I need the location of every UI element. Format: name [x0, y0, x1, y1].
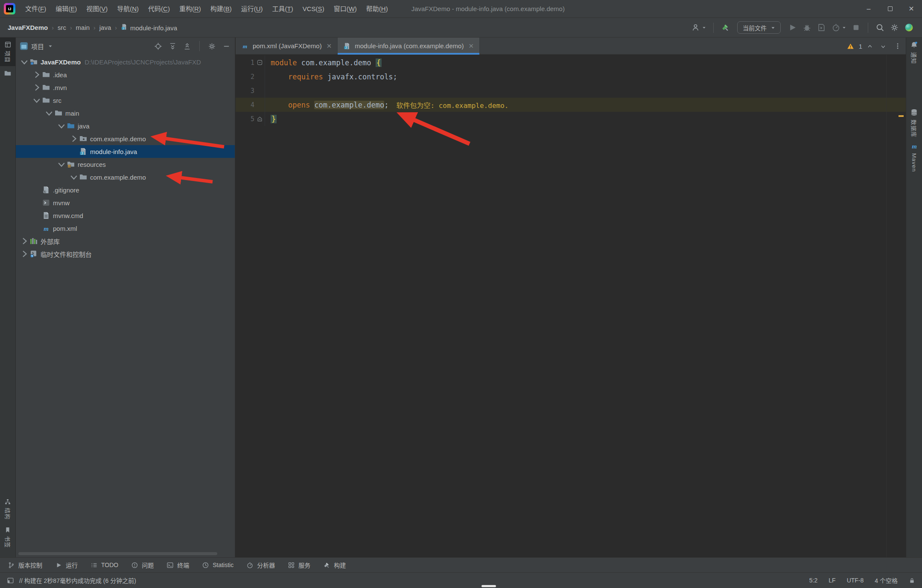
chevron-down-icon[interactable]: [44, 109, 54, 117]
project-panel-title[interactable]: 项目: [31, 42, 44, 51]
tree-item[interactable]: java: [16, 119, 235, 132]
menu-item[interactable]: 窗口(W): [329, 0, 362, 18]
close-icon[interactable]: ✕: [327, 42, 332, 50]
menu-item[interactable]: 编辑(E): [51, 0, 82, 18]
chevron-down-icon[interactable]: [69, 173, 79, 181]
fold-end-icon[interactable]: [257, 116, 263, 122]
toolwindow-button-分析器[interactable]: 分析器: [246, 561, 275, 569]
tree-item[interactable]: main: [16, 107, 235, 119]
chevron-down-icon[interactable]: [56, 160, 67, 168]
breadcrumb-item[interactable]: Jmodule-info.java: [120, 23, 178, 32]
settings-button[interactable]: [890, 23, 899, 32]
code-line[interactable]: 1module com.example.demo {: [236, 55, 906, 70]
toolwindow-button-问题[interactable]: 问题: [131, 561, 154, 569]
collapse-all-icon[interactable]: [183, 42, 191, 50]
tree-item[interactable]: mvnw: [16, 196, 235, 209]
toolwindow-button-运行[interactable]: 运行: [55, 561, 78, 569]
menu-item[interactable]: 帮助(H): [362, 0, 393, 18]
chevron-right-icon[interactable]: [32, 84, 42, 91]
chevron-down-icon[interactable]: [19, 58, 29, 66]
tree-item[interactable]: mpom.xml: [16, 222, 235, 235]
build-button[interactable]: [721, 23, 730, 32]
select-opened-file-icon[interactable]: [154, 42, 162, 50]
file-encoding[interactable]: UTF-8: [847, 577, 864, 584]
breadcrumb-item[interactable]: src: [57, 23, 67, 32]
tree-item[interactable]: 临时文件和控制台: [16, 247, 235, 260]
tree-item[interactable]: com.example.demo: [16, 171, 235, 183]
code-line[interactable]: 2 requires javafx.controls;: [236, 70, 906, 84]
toolwindow-switcher-icon[interactable]: [7, 577, 14, 584]
tree-item[interactable]: .idea: [16, 68, 235, 81]
menu-item[interactable]: 导航(N): [112, 0, 143, 18]
menu-item[interactable]: 文件(F): [20, 0, 51, 18]
toolwindow-button-Statistic[interactable]: Statistic: [202, 562, 233, 569]
menu-item[interactable]: VCS(S): [298, 0, 329, 18]
more-tabs-icon[interactable]: [894, 42, 902, 50]
toolwindow-button-bookmarks[interactable]: 书签: [0, 523, 15, 551]
lock-icon[interactable]: [909, 577, 915, 584]
chevron-down-icon[interactable]: [56, 122, 67, 130]
profiler-button[interactable]: [832, 23, 846, 32]
code-line[interactable]: 4 opens com.example.demo;软件包为空: com.exam…: [236, 98, 906, 112]
breadcrumb-item[interactable]: java: [99, 23, 112, 32]
debug-button[interactable]: [802, 23, 811, 32]
line-separator[interactable]: LF: [829, 577, 835, 584]
hide-icon[interactable]: [222, 42, 230, 50]
run-button[interactable]: [788, 23, 797, 32]
caret-position[interactable]: 5:2: [809, 577, 817, 584]
toolwindow-button-project[interactable]: 项目: [0, 38, 15, 66]
toolwindow-button-TODO[interactable]: TODO: [90, 562, 118, 569]
tab-list-icon[interactable]: [894, 38, 906, 54]
prev-problem-icon[interactable]: [867, 44, 873, 49]
editor-tab[interactable]: mpom.xml (JavaFXDemo)✕: [236, 38, 338, 54]
maximize-button[interactable]: [879, 0, 901, 18]
toolwindow-button-Maven[interactable]: mMaven: [910, 142, 919, 172]
next-problem-icon[interactable]: [880, 44, 886, 49]
close-button[interactable]: ✕: [901, 0, 922, 18]
menu-item[interactable]: 重构(R): [175, 0, 206, 18]
fold-marker-icon[interactable]: [254, 60, 265, 65]
editor-surface[interactable]: 1module com.example.demo {2 requires jav…: [236, 55, 906, 557]
tree-item[interactable]: src: [16, 94, 235, 107]
tree-item[interactable]: Jmodule-info.java: [16, 145, 235, 158]
tree-item[interactable]: com.example.demo: [16, 132, 235, 145]
expand-all-icon[interactable]: [169, 42, 177, 50]
toolwindow-button-structure[interactable]: 结构: [0, 495, 15, 523]
breadcrumb-item[interactable]: main: [75, 23, 91, 32]
tree-item[interactable]: resources: [16, 158, 235, 171]
ide-features-button[interactable]: [904, 23, 913, 32]
close-icon[interactable]: ✕: [468, 42, 474, 50]
menu-item[interactable]: 运行(U): [236, 0, 268, 18]
code-with-me-button[interactable]: [692, 23, 706, 32]
indent-style[interactable]: 4 个空格: [875, 576, 898, 585]
inspections-widget[interactable]: 1: [847, 43, 886, 50]
code-line[interactable]: 5}: [236, 112, 906, 126]
menu-item[interactable]: 工具(T): [268, 0, 298, 18]
toolwindow-button-构建[interactable]: 构建: [323, 561, 346, 569]
fold-minus-icon[interactable]: [257, 60, 263, 65]
fold-marker-icon[interactable]: [254, 116, 265, 122]
code-line[interactable]: 3: [236, 84, 906, 98]
breadcrumb-item[interactable]: JavaFXDemo: [7, 23, 49, 32]
run-configuration-combo[interactable]: 当前文件: [737, 21, 781, 34]
menu-item[interactable]: 构建(B): [206, 0, 236, 18]
toolwindow-button-数据库[interactable]: 数据库: [910, 108, 918, 137]
chevron-down-icon[interactable]: [32, 96, 42, 104]
tree-item[interactable]: .gitignore: [16, 183, 235, 196]
toolwindow-button-folder[interactable]: [0, 66, 15, 81]
stop-button[interactable]: [852, 23, 861, 32]
tree-item[interactable]: 外部库: [16, 235, 235, 247]
horizontal-scrollbar[interactable]: [18, 552, 217, 555]
toolwindow-button-通知[interactable]: 通知: [910, 41, 918, 64]
run-with-coverage-button[interactable]: [817, 23, 826, 32]
menu-item[interactable]: 代码(C): [143, 0, 175, 18]
menu-item[interactable]: 视图(V): [82, 0, 112, 18]
toolwindow-button-终端[interactable]: 终端: [166, 561, 189, 569]
chevron-right-icon[interactable]: [69, 135, 79, 143]
toolwindow-button-服务[interactable]: 服务: [288, 561, 310, 569]
minimize-button[interactable]: –: [858, 0, 879, 18]
search-everywhere-button[interactable]: [875, 23, 884, 32]
chevron-right-icon[interactable]: [19, 237, 29, 245]
toolwindow-button-版本控制[interactable]: 版本控制: [8, 561, 42, 569]
tree-item[interactable]: mvnw.cmd: [16, 209, 235, 222]
